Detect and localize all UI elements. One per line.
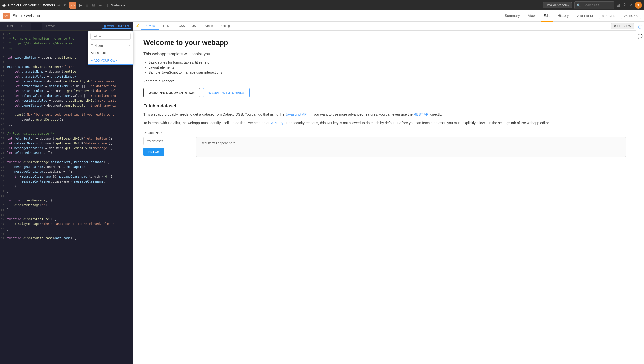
fetch-button[interactable]: FETCH: [143, 148, 164, 156]
code-line: 35: [0, 194, 133, 198]
code-line: 23 let fetchButton = document.getElement…: [0, 136, 133, 141]
tab-js[interactable]: JS: [189, 23, 199, 30]
tab-css[interactable]: CSS: [18, 23, 31, 29]
code-line: 38 }: [0, 208, 133, 212]
code-line: 34 }: [0, 189, 133, 194]
code-line: 32 messageContainer.className = messageC…: [0, 179, 133, 184]
second-navigation: </> Simple webapp Summary View Edit Hist…: [0, 10, 644, 22]
api-key-description: To interact with Dataiku, the webapp mus…: [143, 120, 626, 126]
preview-lightning-icon: ⚡: [135, 24, 140, 28]
code-editor-content[interactable]: 1 /* 2 * For more information, refer to …: [0, 31, 133, 364]
refresh-icon: ↺: [576, 14, 579, 18]
run-icon[interactable]: ▶: [78, 2, 83, 9]
top-navigation: ◈ Predict High Value Customers ⇒ ↺ </> ▶…: [0, 0, 644, 10]
nav-edit[interactable]: Edit: [541, 10, 553, 22]
bullet-item: Sample JavaScript to manage user interac…: [148, 70, 626, 74]
dataset-name-input[interactable]: [143, 137, 192, 145]
chevron-down-icon: ▾: [129, 44, 131, 47]
webapp-code-icon: </>: [3, 13, 10, 19]
fetch-desc-2: . If you want to use more advanced featu…: [309, 112, 413, 116]
code-line: 30 messageContainer.className = '';: [0, 169, 133, 174]
app-logo: ◈: [2, 2, 6, 8]
main-layout: HTML CSS JS Python {} CODE SAMPLES 1 /* …: [0, 22, 644, 364]
code-line: 12 let datasetValue = datasetName.value …: [0, 84, 133, 89]
tab-python[interactable]: Python: [43, 23, 59, 29]
preview-tabs: ⚡ Preview HTML CSS JS Python Settings ↺ …: [133, 22, 636, 31]
webapp-title: Simple webapp: [13, 14, 40, 18]
chart-icon[interactable]: ↗: [628, 2, 633, 9]
webapps-tutorials-button[interactable]: WEBAPPS TUTORIALS: [203, 88, 250, 97]
code-line: 13 let datasetColumn = document.getEleme…: [0, 89, 133, 94]
forward-icon[interactable]: ⇒: [56, 2, 61, 8]
webapps-label: Webapps: [111, 3, 125, 7]
code-sample-item-button[interactable]: Add a Button: [88, 49, 133, 57]
code-line: 44 function displayDataFrame(dataFrame) …: [0, 236, 133, 241]
nav-summary[interactable]: Summary: [502, 10, 523, 22]
api-key-text-2: . For security reasons, this API key is …: [284, 121, 550, 125]
tab-html[interactable]: HTML: [159, 23, 175, 30]
actions-button[interactable]: ACTIONS: [621, 13, 641, 19]
javascript-api-link[interactable]: Javascript API: [285, 112, 308, 116]
fetch-desc-3: directly.: [430, 112, 442, 116]
fetch-description: This webapp probably needs to get a data…: [143, 112, 626, 117]
tab-python[interactable]: Python: [200, 23, 216, 30]
nav-history[interactable]: History: [555, 10, 572, 22]
fetch-section-title: Fetch a dataset: [143, 103, 626, 109]
code-line: 9 let analysisName = document.getEle: [0, 69, 133, 74]
code-editor-panel: HTML CSS JS Python {} CODE SAMPLES 1 /* …: [0, 22, 133, 364]
rest-api-link[interactable]: REST API: [414, 112, 429, 116]
webapps-docs-button[interactable]: WEBAPPS DOCUMENTATION: [143, 88, 200, 97]
code-line: 19 event.preventDefault();: [0, 117, 133, 122]
grid-icon[interactable]: ⊞: [616, 2, 621, 9]
tab-html[interactable]: HTML: [2, 23, 17, 29]
code-line: 17: [0, 108, 133, 113]
deploy-icon[interactable]: ⊞: [85, 2, 90, 8]
academy-button[interactable]: Dataiku Academy: [543, 2, 572, 8]
preview-main-title: Welcome to your webapp: [143, 39, 626, 47]
help-icon[interactable]: ?: [622, 2, 627, 8]
tab-preview[interactable]: Preview: [141, 23, 159, 30]
sidebar-chat-icon[interactable]: 💬: [637, 33, 644, 40]
preview-subtitle: This webapp template will inspire you: [143, 51, 626, 57]
code-line: 31 if (messageClassname && messageClassn…: [0, 174, 133, 179]
preview-content: Welcome to your webapp This webapp templ…: [133, 31, 636, 364]
tab-css[interactable]: CSS: [175, 23, 188, 30]
code-icon-button[interactable]: </>: [69, 2, 76, 9]
tag-icon: 🏷: [90, 43, 94, 47]
code-line: 28 function displayMessage(messageText, …: [0, 160, 133, 165]
doc-buttons-row: WEBAPPS DOCUMENTATION WEBAPPS TUTORIALS: [143, 88, 626, 97]
code-samples-button[interactable]: {} CODE SAMPLES: [102, 24, 131, 29]
fetch-desc-1: This webapp probably needs to get a data…: [143, 112, 284, 116]
code-line: 14 let columnValue = datasetColumn.value…: [0, 94, 133, 98]
preview-button[interactable]: ↺ PREVIEW: [611, 23, 634, 29]
code-line: 24 let datasetName = document.getElement…: [0, 141, 133, 146]
code-samples-add-own[interactable]: + ADD YOUR OWN: [88, 57, 133, 64]
code-samples-tags-row[interactable]: 🏷 4 tags ▾: [88, 42, 133, 49]
code-line: 41 displayMessage('The dataset cannot be…: [0, 222, 133, 226]
code-line: 22 /* Fetch dataset sample */: [0, 131, 133, 136]
saved-button[interactable]: ↺ SAVED!: [599, 13, 619, 19]
more-icon[interactable]: •••: [98, 2, 103, 8]
code-line: 10 let analysisValue = analysisName.v: [0, 74, 133, 79]
dataset-input-column: FETCH: [143, 137, 192, 156]
code-line: 40 function displayFailure() {: [0, 217, 133, 222]
screen-icon[interactable]: ⊡: [91, 2, 96, 8]
refresh-project-icon[interactable]: ↺: [63, 2, 68, 8]
tab-settings[interactable]: Settings: [217, 23, 235, 30]
code-samples-search-input[interactable]: [90, 33, 131, 40]
code-line: 26 let selectedDataset = {};: [0, 151, 133, 155]
api-key-text-1: To interact with Dataiku, the webapp mus…: [143, 121, 270, 125]
preview-panel: ⚡ Preview HTML CSS JS Python Settings ↺ …: [133, 22, 636, 364]
for-guidance-text: For more guidance:: [143, 78, 626, 84]
bullet-item: Layout elements: [148, 65, 626, 69]
project-name: Predict High Value Customers: [8, 3, 55, 7]
tab-js[interactable]: JS: [31, 23, 42, 30]
code-line: 11 let datasetName = document.getElement…: [0, 79, 133, 84]
avatar[interactable]: T: [635, 2, 642, 9]
search-input[interactable]: [582, 2, 612, 8]
sidebar-info-icon[interactable]: ⓘ: [637, 24, 643, 31]
api-key-link[interactable]: API key: [271, 121, 283, 125]
code-line: 42 }: [0, 227, 133, 232]
nav-view[interactable]: View: [525, 10, 538, 22]
refresh-button[interactable]: ↺ REFRESH: [574, 13, 597, 19]
